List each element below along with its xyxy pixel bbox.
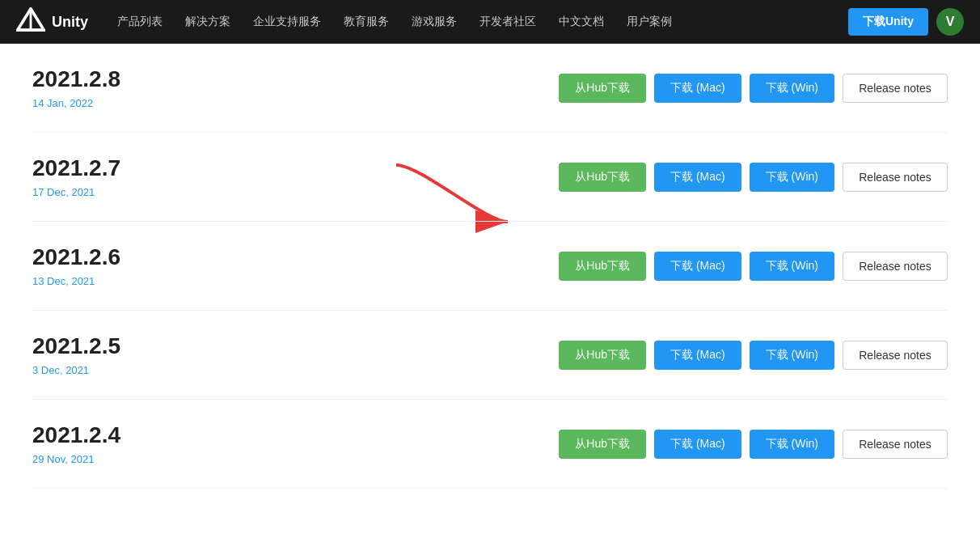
win-download-button[interactable]: 下载 (Win) [750,430,834,459]
nav-cases[interactable]: 用户案例 [617,10,682,34]
release-notes-button[interactable]: Release notes [843,163,948,192]
release-notes-button[interactable]: Release notes [843,252,948,281]
nav-education[interactable]: 教育服务 [334,10,399,34]
nav-solutions[interactable]: 解决方案 [175,10,240,34]
release-notes-button[interactable]: Release notes [843,430,948,459]
version-row: 2021.2.6 13 Dec, 2021 从Hub下载 下载 (Mac) 下载… [32,222,948,311]
mac-download-button[interactable]: 下载 (Mac) [654,430,741,459]
win-download-button[interactable]: 下载 (Win) [750,163,834,192]
version-date: 17 Dec, 2021 [32,186,323,198]
version-number: 2021.2.8 [32,66,323,92]
version-actions: 从Hub下载 下载 (Mac) 下载 (Win) Release notes [559,430,948,459]
version-info: 2021.2.5 3 Dec, 2021 [32,333,323,376]
navbar: Unity 产品列表 解决方案 企业支持服务 教育服务 游戏服务 开发者社区 中… [0,0,980,44]
version-info: 2021.2.6 13 Dec, 2021 [32,244,323,287]
user-avatar[interactable]: V [936,8,964,36]
version-row: 2021.2.5 3 Dec, 2021 从Hub下载 下载 (Mac) 下载 … [32,311,948,400]
win-download-button[interactable]: 下载 (Win) [750,74,834,103]
version-row: 2021.2.4 29 Nov, 2021 从Hub下载 下载 (Mac) 下载… [32,400,948,489]
brand-name: Unity [52,14,88,31]
nav-community[interactable]: 开发者社区 [470,10,546,34]
version-actions: 从Hub下载 下载 (Mac) 下载 (Win) Release notes [559,341,948,370]
unity-logo-icon [16,7,45,36]
win-download-button[interactable]: 下载 (Win) [750,341,834,370]
version-info: 2021.2.4 29 Nov, 2021 [32,422,323,465]
version-number: 2021.2.6 [32,244,323,270]
hub-download-button[interactable]: 从Hub下载 [559,74,646,103]
brand[interactable]: Unity [16,7,88,36]
version-row: 2021.2.8 14 Jan, 2022 从Hub下载 下载 (Mac) 下载… [32,44,948,133]
mac-download-button[interactable]: 下载 (Mac) [654,74,741,103]
version-date: 14 Jan, 2022 [32,97,323,109]
release-notes-button[interactable]: Release notes [843,74,948,103]
nav-products[interactable]: 产品列表 [108,10,172,34]
version-number: 2021.2.4 [32,422,323,448]
release-notes-button[interactable]: Release notes [843,341,948,370]
content-area: 2021.2.8 14 Jan, 2022 从Hub下载 下载 (Mac) 下载… [0,44,980,489]
version-number: 2021.2.7 [32,155,323,181]
version-number: 2021.2.5 [32,333,323,359]
version-actions: 从Hub下载 下载 (Mac) 下载 (Win) Release notes [559,252,948,281]
version-info: 2021.2.7 17 Dec, 2021 [32,155,323,198]
hub-download-button[interactable]: 从Hub下载 [559,252,646,281]
version-actions: 从Hub下载 下载 (Mac) 下载 (Win) Release notes [559,74,948,103]
hub-download-button[interactable]: 从Hub下载 [559,430,646,459]
download-unity-button[interactable]: 下载Unity [848,8,928,36]
nav-links: 产品列表 解决方案 企业支持服务 教育服务 游戏服务 开发者社区 中文文档 用户… [108,10,848,34]
hub-download-button[interactable]: 从Hub下载 [559,341,646,370]
version-list: 2021.2.8 14 Jan, 2022 从Hub下载 下载 (Mac) 下载… [32,44,948,489]
nav-right: 下载Unity V [848,8,964,36]
win-download-button[interactable]: 下载 (Win) [750,252,834,281]
version-row: 2021.2.7 17 Dec, 2021 从Hub下载 下载 (Mac) 下载… [32,133,948,222]
version-date: 13 Dec, 2021 [32,275,323,287]
hub-download-button[interactable]: 从Hub下载 [559,163,646,192]
version-actions: 从Hub下载 下载 (Mac) 下载 (Win) Release notes [559,163,948,192]
version-date: 29 Nov, 2021 [32,453,323,465]
nav-docs[interactable]: 中文文档 [549,10,614,34]
mac-download-button[interactable]: 下载 (Mac) [654,163,741,192]
mac-download-button[interactable]: 下载 (Mac) [654,341,741,370]
mac-download-button[interactable]: 下载 (Mac) [654,252,741,281]
nav-enterprise[interactable]: 企业支持服务 [243,10,331,34]
version-date: 3 Dec, 2021 [32,364,323,376]
nav-games[interactable]: 游戏服务 [402,10,467,34]
version-info: 2021.2.8 14 Jan, 2022 [32,66,323,109]
